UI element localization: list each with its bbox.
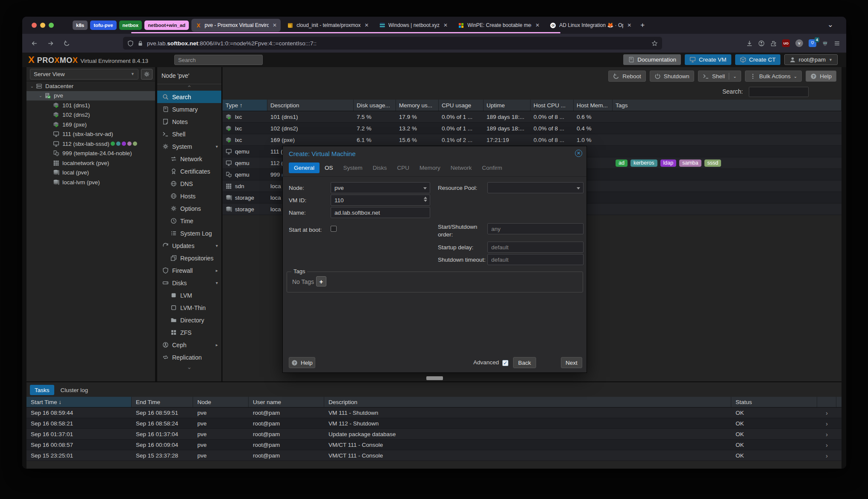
- browser-tab-5[interactable]: OIAD Linux Integration 🦊 · Open✕: [546, 19, 635, 32]
- tree-item-101[interactable]: 101 (dns1): [26, 100, 155, 110]
- order-input[interactable]: any: [487, 223, 584, 234]
- start-at-boot-checkbox[interactable]: [331, 226, 337, 232]
- tab-group-tofu-pve[interactable]: tofu-pve: [90, 21, 116, 30]
- downloads-icon[interactable]: [746, 40, 753, 47]
- task-row-3[interactable]: Sep 16 01:37:01Sep 16 01:37:04pveroot@pa…: [26, 429, 842, 440]
- tree-item-local-lvm[interactable]: local-lvm (pve): [26, 177, 155, 187]
- add-tag-button[interactable]: +: [316, 276, 326, 286]
- back-button[interactable]: [28, 37, 40, 49]
- tab-close-icon[interactable]: ✕: [364, 22, 369, 28]
- nav-item-lvm-thin[interactable]: LVM-Thin: [157, 301, 221, 314]
- container-mask-icon[interactable]: [822, 40, 828, 47]
- guest-col-memory-us-[interactable]: Memory us...: [396, 100, 439, 111]
- documentation-button[interactable]: Documentation: [623, 54, 681, 65]
- password-manager-extension-icon[interactable]: ⛉ 4: [809, 39, 816, 47]
- tab-cluster-log[interactable]: Cluster log: [56, 385, 93, 395]
- task-col-end-time[interactable]: End Time: [132, 397, 193, 407]
- tree-item-pve[interactable]: ⌄pve: [26, 91, 155, 101]
- tab-close-icon[interactable]: ✕: [443, 22, 448, 28]
- create-vm-button[interactable]: Create VM: [685, 54, 731, 65]
- nav-item-system[interactable]: System▾: [157, 140, 221, 153]
- guest-row-1[interactable]: lxc101 (dns1)7.5 %17.9 %0.0% of 1 ...189…: [223, 111, 842, 123]
- guest-col-tags[interactable]: Tags: [613, 100, 842, 111]
- task-row-5[interactable]: Sep 15 23:25:01Sep 15 23:37:28pveroot@pa…: [26, 450, 842, 461]
- nav-item-options[interactable]: Options: [157, 202, 221, 215]
- nav-item-replication[interactable]: Replication: [157, 351, 221, 363]
- dialog-tab-general[interactable]: General: [289, 162, 320, 173]
- nav-item-updates[interactable]: Updates▾: [157, 239, 221, 252]
- nav-item-disks[interactable]: Disks▾: [157, 277, 221, 289]
- task-row-chevron-icon[interactable]: ›: [817, 429, 836, 439]
- task-col-status[interactable]: Status: [731, 397, 817, 407]
- ublock-origin-icon[interactable]: UO: [782, 39, 790, 47]
- nav-item-notes[interactable]: Notes: [157, 115, 221, 128]
- dialog-resize-grip[interactable]: [426, 376, 443, 380]
- nav-item-summary[interactable]: Summary: [157, 103, 221, 115]
- task-col-description[interactable]: Description: [324, 397, 731, 407]
- task-row-chevron-icon[interactable]: ›: [817, 450, 836, 461]
- nav-expand-right-icon[interactable]: ▸: [216, 268, 218, 273]
- node-select[interactable]: pve: [331, 182, 430, 193]
- tab-close-icon[interactable]: ✕: [627, 22, 631, 28]
- task-row-2[interactable]: Sep 16 08:58:21Sep 16 08:58:24pveroot@pa…: [26, 418, 842, 429]
- tab-group-k8s[interactable]: k8s: [73, 21, 88, 30]
- tree-item-111[interactable]: 111 (sbx-lab-srv-ad): [26, 130, 155, 139]
- nav-item-time[interactable]: Time: [157, 215, 221, 227]
- task-row-4[interactable]: Sep 16 00:08:57Sep 16 00:09:04pveroot@pa…: [26, 440, 842, 450]
- nav-item-search[interactable]: Search: [157, 91, 221, 103]
- task-row-chevron-icon[interactable]: ›: [817, 407, 836, 418]
- task-row-chevron-icon[interactable]: ›: [817, 418, 836, 428]
- nav-expand-down-icon[interactable]: ▾: [216, 281, 218, 285]
- shutdown-button[interactable]: Shutdown: [650, 71, 694, 82]
- lock-warning-icon[interactable]: [137, 40, 144, 47]
- nav-item-certificates[interactable]: Certificates: [157, 165, 221, 177]
- tree-item-112[interactable]: 112 (sbx-lab-sssd): [26, 139, 155, 149]
- nav-item-zfs[interactable]: ZFS: [157, 326, 221, 339]
- tree-expand-icon[interactable]: ⌄: [38, 93, 44, 98]
- guest-col-host-cpu-[interactable]: Host CPU ...: [531, 100, 574, 111]
- vmid-input[interactable]: 110: [331, 195, 430, 206]
- help-button[interactable]: ?Help: [806, 71, 836, 82]
- browser-tab-2[interactable]: cloud_init - telmate/proxmox - C✕: [283, 19, 372, 32]
- guest-col-type[interactable]: Type ↑: [223, 100, 267, 111]
- guest-row-2[interactable]: lxc102 (dns2)7.2 %13.2 %0.0% of 1 ...189…: [223, 123, 842, 134]
- reload-button[interactable]: [61, 37, 73, 49]
- nav-expand-right-icon[interactable]: ▸: [216, 343, 218, 347]
- nav-expand-down-icon[interactable]: ▾: [216, 144, 218, 149]
- back-button[interactable]: Back: [513, 357, 536, 368]
- zoom-window-button[interactable]: [49, 23, 54, 28]
- next-button[interactable]: Next: [561, 357, 582, 368]
- tree-item-localnetwork[interactable]: localnetwork (pve): [26, 158, 155, 168]
- tab-close-icon[interactable]: ✕: [535, 22, 540, 28]
- tab-close-icon[interactable]: ✕: [273, 22, 277, 28]
- nav-item-ceph[interactable]: Ceph▸: [157, 339, 221, 351]
- tab-list-chevron-icon[interactable]: ⌄: [827, 20, 833, 29]
- nav-item-system-log[interactable]: System Log: [157, 227, 221, 239]
- bulk-actions-button[interactable]: Bulk Actions⌄: [745, 71, 802, 82]
- nav-item-dns[interactable]: DNS: [157, 177, 221, 190]
- gray-shield-extension-icon[interactable]: V: [795, 39, 803, 47]
- tree-item-Datacenter[interactable]: ⌄Datacenter: [26, 81, 155, 91]
- task-col-node[interactable]: Node: [193, 397, 249, 407]
- guest-col-uptime[interactable]: Uptime: [484, 100, 531, 111]
- task-col-user-name[interactable]: User name: [249, 397, 324, 407]
- resource-pool-select[interactable]: [487, 182, 584, 193]
- nav-item-network[interactable]: Network: [157, 153, 221, 165]
- minimize-window-button[interactable]: [40, 23, 45, 28]
- tracking-shield-icon[interactable]: [127, 40, 134, 47]
- dialog-close-icon[interactable]: ✕: [575, 150, 582, 157]
- view-selector[interactable]: Server View ▼: [30, 69, 138, 80]
- close-window-button[interactable]: [32, 23, 37, 28]
- browser-tab-1[interactable]: Xpve - Proxmox Virtual Environme✕: [191, 19, 281, 32]
- help-button[interactable]: ?Help: [289, 357, 315, 368]
- extensions-puzzle-icon[interactable]: [770, 40, 777, 47]
- nav-item-firewall[interactable]: Firewall▸: [157, 264, 221, 277]
- task-row-1[interactable]: Sep 16 08:59:44Sep 16 08:59:51pveroot@pa…: [26, 407, 842, 418]
- table-search-input[interactable]: [749, 87, 809, 97]
- task-row-chevron-icon[interactable]: ›: [817, 440, 836, 450]
- tree-item-local[interactable]: local (pve): [26, 168, 155, 178]
- guest-col-host-mem-[interactable]: Host Mem...: [574, 100, 613, 111]
- dialog-tab-os[interactable]: OS: [320, 162, 338, 173]
- delay-input[interactable]: default: [487, 242, 584, 253]
- forward-button[interactable]: [44, 37, 56, 49]
